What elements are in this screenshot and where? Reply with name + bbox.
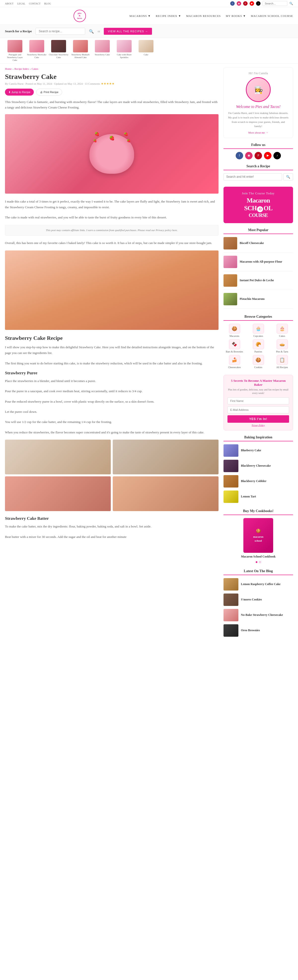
popular-item-3[interactable]: Pistachio Macarons bbox=[223, 293, 293, 309]
category-cookies-icon: 🍪 bbox=[253, 355, 264, 365]
popular-item-1[interactable]: Macarons with All-purpose Flour bbox=[223, 256, 293, 271]
header: pies&tacos MACARONS ▼ RECIPE INDEX ▼ MAC… bbox=[0, 7, 298, 25]
popular-item-0[interactable]: Biscoff Cheesecake bbox=[223, 237, 293, 253]
inspiration-name-1: Blackberry Cheesecake bbox=[241, 464, 271, 468]
category-cheesecakes[interactable]: 🍰 Cheesecakes bbox=[223, 355, 245, 369]
search-input-top[interactable] bbox=[263, 1, 287, 6]
popular-name-3: Pistachio Macarons bbox=[240, 297, 265, 301]
puree-image-2 bbox=[113, 440, 218, 474]
print-recipe-button[interactable]: 🖨 Print Recipe bbox=[36, 89, 62, 95]
nav-blog[interactable]: Blog bbox=[44, 2, 51, 5]
search-input-main[interactable] bbox=[35, 28, 85, 35]
nav-macarons[interactable]: MACARONS ▼ bbox=[129, 14, 151, 18]
breadcrumb-cakes[interactable]: Cakes bbox=[32, 67, 38, 70]
top-nav-social: f ◉ P ▶ ♪ 🔍 bbox=[230, 1, 293, 6]
cookbook-name: Macaron School Cookbook bbox=[223, 555, 293, 558]
post-meta-text: By Camila Hurst · Posted on May 11, 2024… bbox=[5, 82, 100, 85]
recipe-thumb-6[interactable]: Cake bbox=[136, 40, 156, 61]
category-all-label: All Recipes bbox=[271, 366, 293, 369]
nav-course[interactable]: MACARON SCHOOL COURSE bbox=[251, 14, 293, 18]
star-rating: ★★★★★ bbox=[101, 82, 115, 85]
blog-item-0[interactable]: Lemon Raspberry Coffee Cake bbox=[223, 578, 293, 590]
search-submit-icon[interactable]: 🔍 bbox=[89, 29, 94, 34]
instagram-icon[interactable]: ◉ bbox=[237, 1, 241, 6]
category-bars[interactable]: 🍫 Bars & Brownies bbox=[223, 339, 245, 353]
inspiration-item-2[interactable]: Blackberry Cobbler bbox=[223, 475, 293, 487]
tiktok-icon[interactable]: ♪ bbox=[256, 1, 260, 6]
nav-legal[interactable]: Legal bbox=[17, 2, 25, 5]
follow-youtube-icon[interactable]: ▶ bbox=[264, 152, 271, 159]
course-banner[interactable]: Join The Course Today Macaron SCHOOL COU… bbox=[223, 187, 293, 223]
inspiration-item-0[interactable]: Blueberry Cake bbox=[223, 444, 293, 457]
category-all[interactable]: 📋 All Recipes bbox=[271, 355, 293, 369]
cookbook-image[interactable]: 🍪 macaronschool bbox=[243, 518, 273, 553]
pinterest-icon[interactable]: P bbox=[243, 1, 248, 6]
signup-privacy-link[interactable]: Privacy Policy bbox=[252, 424, 265, 426]
signup-name-input[interactable] bbox=[228, 398, 289, 404]
popular-item-2[interactable]: Instant Pot Dulce de Leche bbox=[223, 274, 293, 290]
follow-instagram-icon[interactable]: ◉ bbox=[245, 152, 253, 159]
sidebar-search-section: Search a Recipe 🔍 bbox=[223, 164, 293, 180]
category-cookies[interactable]: 🍪 Cookies bbox=[247, 355, 269, 369]
breadcrumb-home[interactable]: Home bbox=[5, 67, 12, 70]
blog-name-0: Lemon Raspberry Coffee Cake bbox=[241, 582, 280, 586]
recipe-thumb-2[interactable]: Chocolate Strawberry Cake bbox=[49, 40, 69, 61]
blog-thumb-1 bbox=[223, 593, 238, 606]
sidebar-search-input[interactable] bbox=[223, 173, 282, 180]
category-pies[interactable]: 🥧 Pies & Tarts bbox=[271, 339, 293, 353]
recipe-thumb-1[interactable]: Strawberry Shortcake Cake bbox=[27, 40, 47, 61]
search-icon-top[interactable]: 🔍 bbox=[289, 2, 293, 5]
two-col-layout: Home » Recipe Index » Cakes Strawberry C… bbox=[0, 64, 298, 647]
follow-tiktok-icon[interactable]: ♪ bbox=[273, 152, 281, 159]
facebook-icon[interactable]: f bbox=[230, 1, 235, 6]
puree-step-5: You will use 1/2 cup for the cake batter… bbox=[5, 419, 218, 425]
signup-button[interactable]: YES I'm In! bbox=[228, 415, 289, 423]
category-macarons[interactable]: 🍪 Macarons bbox=[223, 324, 245, 337]
puree-step-2: Pour the puree in a saucepan, and cook o… bbox=[5, 388, 218, 394]
disclosure-box: This post may contain affiliate links. I… bbox=[5, 225, 218, 236]
category-pies-icon: 🥧 bbox=[277, 339, 288, 349]
logo: pies&tacos bbox=[73, 10, 86, 22]
follow-section: Follow us f ◉ P ▶ ♪ bbox=[223, 143, 293, 159]
youtube-icon[interactable]: ▶ bbox=[250, 1, 254, 6]
blog-item-3[interactable]: Oreo Brownies bbox=[223, 624, 293, 637]
category-cupcakes[interactable]: 🧁 Cupcakes bbox=[247, 324, 269, 337]
puree-image-grid bbox=[5, 440, 218, 511]
recipe-thumb-3[interactable]: Strawberry Rhubarb Almond Cake bbox=[70, 40, 91, 61]
nav-about[interactable]: About bbox=[5, 2, 13, 5]
recipe-thumb-0[interactable]: Pineapple and Strawberry Layer Cake bbox=[5, 40, 25, 61]
jump-to-recipe-button[interactable]: ⬇ Jump to Recipe bbox=[5, 89, 34, 95]
category-cakes-icon: 🎂 bbox=[277, 324, 288, 334]
signup-box: 5 Secrets To Become A Master Macaron Bak… bbox=[223, 375, 293, 430]
category-pastries[interactable]: 🥐 Pastries bbox=[247, 339, 269, 353]
inspiration-item-3[interactable]: Lemon Tart bbox=[223, 490, 293, 503]
nav-books[interactable]: MY BOOKS ▼ bbox=[226, 14, 246, 18]
follow-pinterest-icon[interactable]: P bbox=[255, 152, 262, 159]
nav-macaron-resources[interactable]: MACARON RESOURCES bbox=[186, 14, 221, 18]
blog-thumb-3 bbox=[223, 624, 238, 637]
blog-item-2[interactable]: No-Bake Strawberry Cheesecake bbox=[223, 609, 293, 621]
blog-item-1[interactable]: S'mores Cookies bbox=[223, 593, 293, 606]
browse-categories-section: Browse Categories 🍪 Macarons 🧁 Cupcakes … bbox=[223, 315, 293, 369]
recipe-thumb-label-3: Strawberry Rhubarb Almond Cake bbox=[70, 53, 91, 59]
signup-email-input[interactable] bbox=[228, 406, 289, 413]
follow-facebook-icon[interactable]: f bbox=[236, 152, 243, 159]
nav-contact[interactable]: Contact bbox=[29, 2, 40, 5]
nav-recipe-index[interactable]: RECIPE INDEX ▼ bbox=[156, 14, 181, 18]
breadcrumb-recipe-index[interactable]: Recipe Index bbox=[14, 67, 29, 70]
recipe-thumb-img-3 bbox=[73, 40, 88, 52]
recipe-thumb-5[interactable]: Cake with Heart Sprinkles bbox=[114, 40, 134, 61]
recipe-thumb-label-6: Cake bbox=[136, 53, 156, 56]
recipe-thumb-4[interactable]: Strawberry Cake bbox=[92, 40, 112, 61]
recipe-thumb-img-0 bbox=[8, 40, 22, 52]
category-cakes[interactable]: 🎂 Cakes bbox=[271, 324, 293, 337]
author-link[interactable]: More about me → bbox=[228, 131, 289, 134]
view-all-button[interactable]: VIEW ALL THE RECIPES → bbox=[104, 28, 152, 35]
inspiration-item-1[interactable]: Blackberry Cheesecake bbox=[223, 460, 293, 472]
recipe-thumb-img-6 bbox=[139, 40, 153, 52]
popular-thumb-3 bbox=[223, 293, 237, 305]
action-buttons: ⬇ Jump to Recipe 🖨 Print Recipe bbox=[5, 89, 218, 95]
sidebar-search-button[interactable]: 🔍 bbox=[284, 173, 293, 180]
follow-title: Follow us bbox=[223, 143, 293, 149]
page-title: Strawberry Cake bbox=[5, 73, 218, 81]
